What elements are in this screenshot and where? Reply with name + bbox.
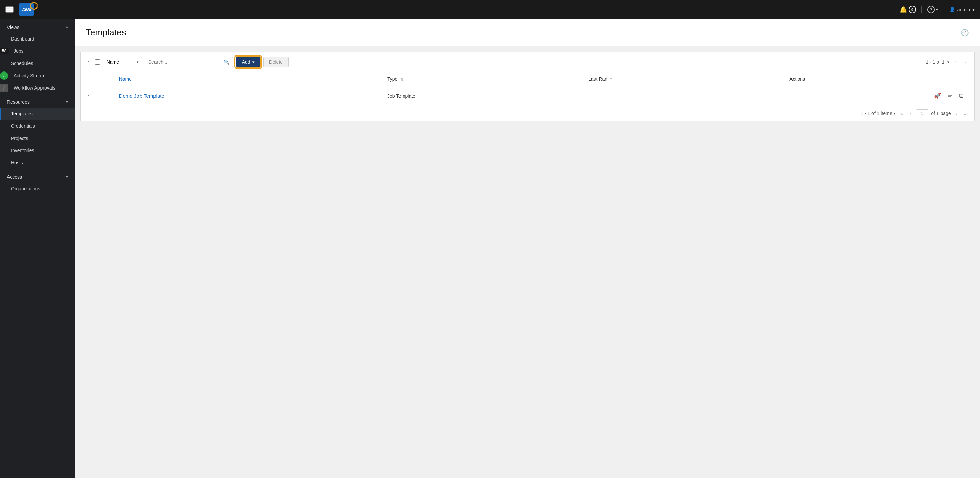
sidebar-section-resources[interactable]: Resources ▾ [0,94,75,108]
top-navigation: AWX ⬡ 🔔 0 ? ▾ 👤 admin ▾ [0,0,980,19]
toolbar-right: 1 - 1 of 1 ▾ ‹ › [926,58,969,66]
table-header: Name ↑ Type ⇅ Last Ran ⇅ Actions [81,72,974,86]
launch-button[interactable]: 🚀 [931,91,943,100]
row-name: Demo Job Template [119,93,164,99]
delete-button[interactable]: Delete [263,57,288,67]
data-table: Name ↑ Type ⇅ Last Ran ⇅ Actions [81,72,974,105]
row-expand-cell: › [81,86,97,106]
page-dropdown-icon: ▾ [947,60,950,64]
type-col-label: Type [387,76,398,82]
sidebar-item-dashboard[interactable]: Dashboard [0,33,75,45]
row-name-cell[interactable]: Demo Job Template [114,86,382,106]
last-page-button: » [962,110,969,117]
sidebar-section-views[interactable]: Views ▾ [0,19,75,33]
sidebar: Views ▾ Dashboard 58 Jobs Schedules ✓ Ac… [0,19,75,478]
sidebar-item-inventories[interactable]: Inventories [0,144,75,157]
page-number-input[interactable]: 1 [916,109,928,118]
user-chevron-icon: ▾ [972,7,975,12]
help-chevron-icon: ▾ [936,8,938,12]
main-content: Templates 🕐 › Name Type Description ▾ [75,19,980,478]
items-count-label: 1 - 1 of 1 items [861,111,892,116]
toolbar: › Name Type Description ▾ 🔍 [81,52,974,72]
name-sort-icon: ↑ [134,77,137,81]
nav-left: AWX ⬡ [5,3,34,16]
resources-chevron-icon: ▾ [66,100,68,105]
nav-divider-1 [921,6,922,13]
col-header-type[interactable]: Type ⇅ [382,72,583,86]
user-menu[interactable]: 👤 admin ▾ [950,7,975,12]
views-chevron-icon: ▾ [66,25,68,30]
next-page-button[interactable]: › [962,58,969,66]
sidebar-item-organizations[interactable]: Organizations [0,182,75,195]
access-label: Access [7,174,22,180]
bell-icon: 🔔 [900,6,907,13]
search-icon: 🔍 [224,59,229,65]
first-page-button: « [898,110,905,117]
row-checkbox-cell [97,86,114,106]
sidebar-item-jobs[interactable]: 58 Jobs [0,45,75,57]
search-button[interactable]: 🔍 [220,57,233,67]
jobs-badge: 58 [0,48,8,54]
name-col-label: Name [119,76,132,82]
sidebar-section-access[interactable]: Access ▾ [0,169,75,182]
edit-button[interactable]: ✏ [945,91,955,100]
row-expand-button[interactable]: › [86,91,92,101]
sidebar-item-hosts[interactable]: Hosts [0,157,75,169]
notification-count: 0 [908,6,916,13]
help-button[interactable]: ? ▾ [927,6,938,13]
prev-footer-button: ‹ [907,110,913,117]
logo: AWX ⬡ [19,3,34,16]
type-sort-icon: ⇅ [400,77,403,81]
page-header: Templates 🕐 [75,19,980,46]
search-input[interactable] [145,57,220,67]
expand-all-button[interactable]: › [86,57,92,67]
select-all-checkbox[interactable] [95,59,100,65]
delete-label: Delete [269,59,283,65]
col-header-checkbox [97,72,114,86]
sidebar-item-workflow-approvals[interactable]: ⇄ Workflow Approvals [0,82,75,94]
page-title: Templates [86,27,126,38]
activity-stream-badge: ✓ [0,72,8,80]
sidebar-item-activity-stream[interactable]: ✓ Activity Stream [0,69,75,82]
app-body: Views ▾ Dashboard 58 Jobs Schedules ✓ Ac… [0,19,980,478]
templates-table-container: › Name Type Description ▾ 🔍 [80,52,975,121]
table-body: › Demo Job Template Job Template [81,86,974,106]
logo-hex: ⬡ [30,2,37,11]
table-footer: 1 - 1 of 1 items ▾ « ‹ 1 of 1 page › » [81,105,974,121]
row-lastran-cell [583,86,784,106]
col-header-name[interactable]: Name ↑ [114,72,382,86]
row-type-cell: Job Template [382,86,583,106]
edit-icon: ✏ [948,93,952,99]
col-header-expand [81,72,97,86]
help-icon: ? [927,6,935,13]
add-button[interactable]: Add ▾ [236,56,261,68]
copy-button[interactable]: ⧉ [956,91,966,101]
user-label: admin [957,7,970,12]
actions-col-label: Actions [789,76,805,82]
row-checkbox[interactable] [103,92,108,98]
sidebar-item-schedules[interactable]: Schedules [0,57,75,69]
row-actions-cell: 🚀 ✏ ⧉ [784,86,974,106]
history-icon[interactable]: 🕐 [961,29,969,37]
add-caret-icon: ▾ [253,60,255,64]
prev-page-button[interactable]: ‹ [952,58,959,66]
nav-right: 🔔 0 ? ▾ 👤 admin ▾ [900,6,975,13]
resources-label: Resources [7,99,30,105]
views-label: Views [7,24,19,30]
user-icon: 👤 [950,7,955,12]
nav-divider-2 [943,6,944,13]
sidebar-item-credentials[interactable]: Credentials [0,120,75,132]
hamburger-menu[interactable] [5,6,14,13]
col-header-actions: Actions [784,72,974,86]
col-header-lastran[interactable]: Last Ran ⇅ [583,72,784,86]
workflow-approvals-badge: ⇄ [0,84,8,92]
items-count-caret-icon[interactable]: ▾ [894,112,896,116]
next-footer-button: › [954,110,959,117]
lastran-sort-icon: ⇅ [610,77,613,81]
sidebar-item-templates[interactable]: Templates [0,108,75,120]
filter-select[interactable]: Name Type Description [103,57,134,67]
sidebar-item-projects[interactable]: Projects [0,132,75,144]
notifications-button[interactable]: 🔔 0 [900,6,916,13]
search-input-wrap: 🔍 [145,57,233,67]
row-type: Job Template [387,93,415,99]
